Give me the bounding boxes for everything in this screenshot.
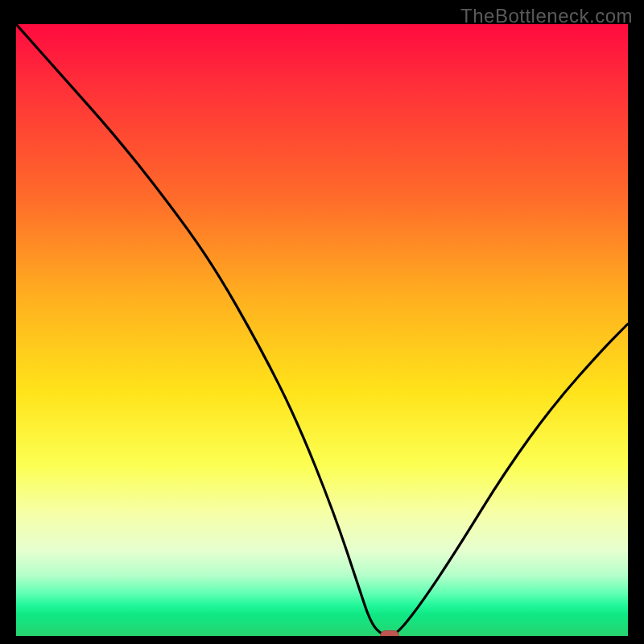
optimal-marker — [380, 630, 399, 636]
plot-area — [16, 24, 628, 636]
chart-frame: TheBottleneck.com — [0, 0, 644, 644]
curve-layer — [16, 24, 628, 636]
watermark-text: TheBottleneck.com — [460, 5, 633, 27]
bottleneck-curve — [16, 24, 628, 636]
